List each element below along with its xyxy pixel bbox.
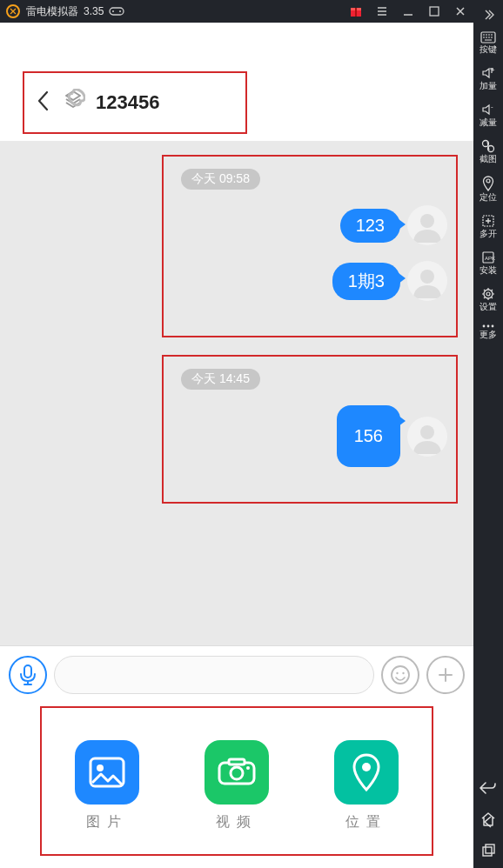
sidebar-item-volumedown[interactable]: - 减量 [473, 96, 503, 132]
sidebar-item-label: 定位 [480, 193, 497, 202]
maximize-icon[interactable] [426, 3, 442, 19]
svg-point-25 [420, 270, 434, 284]
avatar[interactable] [407, 417, 447, 457]
svg-point-17 [484, 290, 493, 298]
sidebar-item-location[interactable]: 定位 [473, 169, 503, 207]
timestamp: 今天 09:58 [181, 169, 260, 190]
svg-point-30 [402, 671, 404, 673]
svg-point-13 [486, 179, 490, 183]
sidebar-item-label: 减量 [480, 118, 497, 127]
chat-body[interactable]: 今天 09:58 123 1期3 今天 14:45 156 [0, 141, 473, 645]
svg-point-28 [392, 666, 409, 684]
sidebar-item-install[interactable]: APK 安装 [473, 244, 503, 280]
annotation-message-group-1: 今天 09:58 123 1期3 [162, 155, 458, 337]
attach-video-button[interactable]: 视频 [205, 740, 269, 831]
message-row: 123 [172, 205, 447, 245]
sidebar-collapse-button[interactable] [473, 5, 503, 24]
svg-point-35 [246, 766, 250, 770]
close-icon[interactable] [453, 3, 468, 19]
back-button[interactable] [37, 90, 50, 116]
svg-point-34 [231, 767, 243, 779]
annotation-attachment-box: 图片 视频 位置 [40, 706, 433, 856]
app-viewport: 123456 今天 09:58 123 1期3 今天 14:45 156 [0, 23, 473, 868]
svg-rect-36 [229, 759, 245, 765]
svg-point-21 [492, 325, 494, 328]
sidebar-item-label: 更多 [480, 331, 497, 339]
emulator-titlebar: 雷电模拟器 3.35 [0, 0, 473, 23]
chat-title: 123456 [96, 91, 159, 114]
emulator-title: 雷电模拟器 [26, 4, 78, 19]
message-row: 1期3 [172, 261, 447, 301]
attachment-panel: 图片 视频 位置 [0, 703, 473, 868]
app-logo-icon [5, 3, 21, 19]
sidebar-item-keymap[interactable]: 按键 [473, 24, 503, 59]
attach-label: 视频 [216, 813, 258, 831]
sidebar-item-multi[interactable]: 多开 [473, 207, 503, 244]
plus-button[interactable] [426, 656, 465, 694]
gift-icon[interactable] [348, 3, 364, 19]
sidebar-item-label: 加量 [480, 82, 497, 90]
svg-point-3 [119, 10, 121, 12]
svg-point-26 [420, 425, 434, 439]
svg-point-20 [487, 325, 490, 328]
annotation-message-group-2: 今天 14:45 156 [162, 355, 458, 504]
avatar[interactable] [407, 261, 447, 301]
chat-inputbar [0, 645, 473, 703]
sidebar-item-label: 按键 [480, 45, 497, 54]
sidebar-item-label: 安装 [480, 266, 497, 275]
svg-point-18 [486, 292, 490, 296]
annotation-header-box: 123456 [23, 71, 247, 134]
contact-avatar-icon [61, 89, 85, 117]
sidebar-item-volumeup[interactable]: + 加量 [473, 59, 503, 96]
sidebar-item-label: 截图 [480, 155, 497, 164]
svg-rect-22 [483, 847, 492, 856]
location-icon [334, 740, 399, 805]
gamepad-icon[interactable] [109, 3, 124, 19]
svg-rect-7 [430, 7, 439, 16]
attach-image-button[interactable]: 图片 [75, 740, 139, 831]
svg-point-2 [112, 10, 114, 12]
message-input[interactable] [54, 656, 374, 694]
minimize-icon[interactable] [400, 3, 416, 19]
voice-button[interactable] [9, 656, 47, 694]
sidebar-item-more[interactable]: 更多 [473, 317, 503, 344]
image-icon [75, 740, 139, 805]
android-recents-button[interactable] [481, 844, 495, 861]
svg-point-29 [396, 671, 398, 673]
message-bubble[interactable]: 123 [340, 209, 400, 243]
android-back-button[interactable] [480, 781, 497, 798]
svg-rect-23 [486, 845, 494, 853]
svg-text:+: + [491, 66, 495, 74]
attach-label: 图片 [86, 813, 128, 831]
android-home-button[interactable] [480, 812, 496, 830]
avatar[interactable] [407, 205, 447, 245]
svg-text:-: - [491, 103, 493, 110]
svg-point-24 [420, 214, 434, 228]
message-bubble[interactable]: 1期3 [332, 263, 400, 300]
message-row: 156 [172, 405, 447, 467]
svg-rect-6 [355, 8, 357, 17]
svg-point-19 [483, 325, 486, 328]
attach-location-button[interactable]: 位置 [334, 740, 399, 831]
svg-text:APK: APK [485, 256, 495, 261]
menu-icon[interactable] [374, 3, 390, 19]
emulator-sidebar: 按键 + 加量 - 减量 截图 定位 多开 APK 安装 设置 更多 [473, 0, 503, 868]
sidebar-item-label: 多开 [480, 230, 497, 238]
emulator-version: 3.35 [84, 5, 104, 17]
chat-header: 123456 [0, 23, 473, 141]
emoji-button[interactable] [381, 656, 419, 694]
svg-rect-27 [24, 665, 31, 678]
timestamp: 今天 14:45 [181, 369, 260, 390]
svg-rect-1 [110, 8, 124, 15]
sidebar-item-settings[interactable]: 设置 [473, 280, 503, 317]
svg-point-37 [362, 763, 371, 771]
svg-point-32 [97, 765, 104, 771]
message-bubble[interactable]: 156 [337, 405, 400, 467]
video-icon [205, 740, 269, 805]
sidebar-item-label: 设置 [480, 303, 497, 311]
attach-label: 位置 [345, 813, 387, 831]
sidebar-item-screenshot[interactable]: 截图 [473, 132, 503, 169]
